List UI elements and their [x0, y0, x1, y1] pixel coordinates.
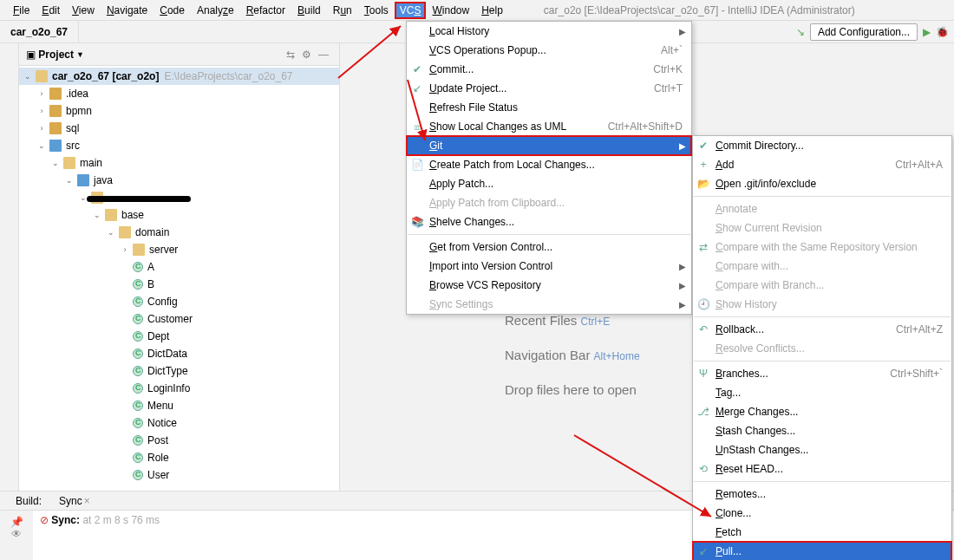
eye-icon[interactable]: 👁 [0, 528, 33, 540]
tree-node[interactable]: Dept [19, 328, 339, 345]
build-icon[interactable]: ↘ [796, 26, 805, 38]
menu-analyze[interactable]: Analyze [191, 2, 240, 19]
vcs-menu-item[interactable]: Apply Patch... [407, 174, 691, 193]
menu-navigate[interactable]: Navigate [101, 2, 154, 19]
tree-node[interactable]: B [19, 276, 339, 293]
vcs-menu-item[interactable]: Refresh File Status [407, 98, 691, 117]
git-menu-item[interactable]: ✔Commit Directory... [693, 136, 951, 155]
menu-refactor[interactable]: Refactor [240, 2, 291, 19]
debug-icon[interactable]: 🐞 [936, 26, 949, 38]
vcs-menu-item[interactable]: Import into Version Control▶ [407, 257, 691, 276]
tree-node[interactable]: DictType [19, 362, 339, 380]
submenu-arrow-icon: ▶ [679, 262, 686, 271]
sync-tab[interactable]: Sync× [50, 495, 99, 507]
git-menu-item[interactable]: Stash Changes... [693, 421, 951, 440]
hide-icon[interactable]: — [318, 49, 329, 61]
vcs-menu-item[interactable]: Git▶ [407, 136, 691, 155]
tree-node[interactable]: LoginInfo [19, 380, 339, 397]
run-icon[interactable]: ▶ [923, 26, 931, 38]
tree-node[interactable]: Menu [19, 397, 339, 414]
tree-node[interactable]: › server [19, 241, 339, 258]
left-gutter [0, 43, 19, 491]
menu-item-label: VCS Operations Popup... [429, 44, 546, 56]
tree-node[interactable]: ⌄ src [19, 137, 339, 154]
tree-node[interactable]: › sql [19, 120, 339, 137]
menu-item-label: Reset HEAD... [716, 463, 783, 475]
tree-node[interactable]: Post [19, 432, 339, 449]
project-sidebar: ▣ Project ▼ ⇆ ⚙ — ⌄ car_o2o_67 [car_o2o]… [19, 43, 340, 491]
project-tree[interactable]: ⌄ car_o2o_67 [car_o2o] E:\IdeaProjects\c… [19, 66, 339, 491]
menu-item-shortcut: Ctrl+Alt+Z [896, 323, 943, 335]
tree-node[interactable]: A [19, 258, 339, 276]
dropdown-icon[interactable]: ▼ [76, 50, 84, 59]
tree-root[interactable]: ⌄ car_o2o_67 [car_o2o] E:\IdeaProjects\c… [19, 68, 339, 85]
editor-hint: Recent Files Ctrl+E [505, 313, 610, 328]
tree-node[interactable]: Customer [19, 310, 339, 328]
menu-build[interactable]: Build [291, 2, 327, 19]
menu-item-label: UnStash Changes... [716, 444, 808, 456]
git-menu-item[interactable]: 📂Open .git/info/exclude [693, 174, 951, 193]
git-menu-item[interactable]: ↙Pull... [693, 542, 951, 560]
git-menu-item[interactable]: +AddCtrl+Alt+A [693, 155, 951, 174]
tree-node[interactable]: ⌄ domain [19, 224, 339, 241]
git-menu-item[interactable]: ↶Rollback...Ctrl+Alt+Z [693, 320, 951, 339]
collapse-icon[interactable]: ⇆ [286, 49, 295, 61]
tree-node[interactable]: ⌄ main [19, 154, 339, 172]
tree-node[interactable]: ⌄ base [19, 206, 339, 224]
settings-icon[interactable]: ⚙ [302, 49, 311, 61]
project-view-label[interactable]: Project [38, 49, 74, 61]
menu-help[interactable]: Help [475, 2, 509, 19]
vcs-menu-item[interactable]: 📚Shelve Changes... [407, 212, 691, 231]
git-menu-item[interactable]: ΨBranches...Ctrl+Shift+` [693, 364, 951, 383]
git-menu-item[interactable]: Tag... [693, 383, 951, 402]
vcs-menu-item[interactable]: Browse VCS Repository▶ [407, 276, 691, 295]
git-menu-item: Compare with... [693, 257, 951, 276]
vcs-menu-item[interactable]: VCS Operations Popup...Alt+` [407, 41, 691, 60]
close-icon[interactable]: × [84, 495, 90, 507]
git-menu-item[interactable]: ⎇Merge Changes... [693, 402, 951, 421]
tree-node[interactable]: Notice [19, 414, 339, 432]
vcs-menu-item[interactable]: 📄Create Patch from Local Changes... [407, 155, 691, 174]
menu-item-icon: ⎄ [410, 120, 424, 133]
menu-edit[interactable]: Edit [36, 2, 66, 19]
git-menu-item[interactable]: UnStash Changes... [693, 440, 951, 459]
menu-item-icon: 🕘 [696, 298, 710, 310]
tree-node[interactable]: › bpmn [19, 102, 339, 120]
editor-hint: Drop files here to open [505, 382, 637, 397]
vcs-menu-item[interactable]: ⎄Show Local Changes as UMLCtrl+Alt+Shift… [407, 117, 691, 136]
project-tab[interactable]: car_o2o_67 [0, 21, 79, 42]
menu-item-label: Resolve Conflicts... [716, 342, 805, 355]
build-tab[interactable]: Build: [7, 495, 50, 507]
error-icon: ⊘ [40, 514, 49, 526]
menu-code[interactable]: Code [154, 2, 191, 19]
git-menu-item[interactable]: Clone... [693, 504, 951, 523]
vcs-menu-item[interactable]: ✔Commit...Ctrl+K [407, 60, 691, 79]
tree-node[interactable]: DictData [19, 345, 339, 362]
tree-node[interactable]: › .idea [19, 85, 339, 102]
vcs-menu-item[interactable]: Local History▶ [407, 22, 691, 41]
menu-vcs[interactable]: VCS [395, 2, 427, 19]
menu-item-label: Apply Patch... [429, 178, 493, 190]
git-menu-item[interactable]: Remotes... [693, 485, 951, 504]
git-menu-item[interactable]: Fetch [693, 523, 951, 542]
menu-item-label: Compare with the Same Repository Version [716, 241, 918, 253]
menu-run[interactable]: Run [327, 2, 358, 19]
menu-item-label: Get from Version Control... [429, 241, 552, 253]
menu-window[interactable]: Window [426, 2, 475, 19]
menu-item-label: Open .git/info/exclude [716, 178, 816, 190]
menu-tools[interactable]: Tools [358, 2, 395, 19]
menu-item-label: Merge Changes... [716, 406, 798, 418]
vcs-menu-item[interactable]: Get from Version Control... [407, 238, 691, 257]
window-title: car_o2o [E:\IdeaProjects\car_o2o_67] - I… [544, 4, 855, 16]
git-menu-item[interactable]: ⟲Reset HEAD... [693, 459, 951, 479]
tree-node[interactable]: ⌄ java [19, 172, 339, 189]
menu-file[interactable]: File [7, 2, 36, 19]
vcs-menu-item[interactable]: ↙Update Project...Ctrl+T [407, 79, 691, 98]
pin-icon[interactable]: 📌 [0, 516, 33, 528]
menu-item-icon: + [696, 159, 710, 171]
tree-node[interactable]: Config [19, 293, 339, 310]
tree-node[interactable]: User [19, 466, 339, 484]
menu-view[interactable]: View [66, 2, 101, 19]
tree-node[interactable]: Role [19, 449, 339, 466]
add-configuration-button[interactable]: Add Configuration... [810, 23, 918, 41]
